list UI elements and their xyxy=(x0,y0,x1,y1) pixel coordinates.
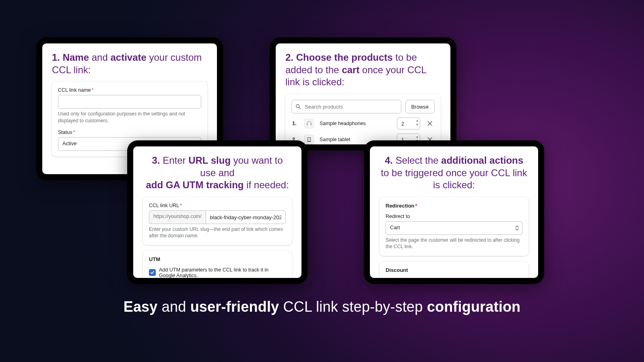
required-asterisk: * xyxy=(415,203,417,209)
svg-rect-3 xyxy=(311,124,312,125)
step-2-tablet: 2. Choose the products to be added to th… xyxy=(270,37,456,150)
chevron-up-icon[interactable]: ▲ xyxy=(416,119,419,123)
step-3-heading: 3. Enter URL slug you want to use and ad… xyxy=(143,154,292,191)
redirect-helper: Select the page the customer will be red… xyxy=(386,237,522,250)
step-1-number: 1. xyxy=(52,52,60,63)
step-4-screen: 4. Select the additional actions to be t… xyxy=(370,146,538,278)
step-2-number: 2. xyxy=(285,52,293,63)
required-asterisk: * xyxy=(92,87,94,93)
product-name: Sample headphones xyxy=(320,121,391,126)
tablet-icon xyxy=(304,135,314,144)
browse-button[interactable]: Browse xyxy=(405,100,435,113)
remove-product-button[interactable] xyxy=(426,120,434,127)
utm-check-label: Add UTM parameters to the CCL link to tr… xyxy=(159,267,286,278)
product-row: 1. Sample headphones ▲▼ xyxy=(291,113,435,130)
step-4-number: 4. xyxy=(385,155,393,166)
required-asterisk: * xyxy=(73,130,75,135)
product-index: 1. xyxy=(292,121,299,126)
redirection-card: Redirection* Redirect to Cart Select the… xyxy=(380,197,528,255)
discount-card: Discount Apply a discount code BF-CM-202… xyxy=(380,261,528,278)
headphones-icon xyxy=(304,119,314,128)
required-asterisk: * xyxy=(180,203,182,208)
utm-title: UTM xyxy=(149,256,286,262)
step-2-screen: 2. Choose the products to be added to th… xyxy=(276,43,450,144)
link-name-input[interactable] xyxy=(58,95,201,109)
discount-title: Discount xyxy=(386,267,522,273)
link-name-helper: Used only for configuration purposes in … xyxy=(58,111,201,123)
redirect-value: Cart xyxy=(386,221,522,235)
svg-rect-2 xyxy=(307,124,308,125)
redirection-title: Redirection* xyxy=(386,203,522,209)
utm-checkbox[interactable] xyxy=(149,269,156,276)
step-2-heading: 2. Choose the products to be added to th… xyxy=(285,51,441,88)
url-card: CCL link URL* https://yourshop.com/ Ente… xyxy=(143,197,292,245)
chevron-down-icon[interactable]: ▼ xyxy=(416,123,419,127)
chevron-up-icon[interactable]: ▲ xyxy=(416,135,419,139)
tagline: Easy and user-friendly CCL link step-by-… xyxy=(0,298,644,315)
step-4-heading: 4. Select the additional actions to be t… xyxy=(380,154,528,191)
step-3-screen: 3. Enter URL slug you want to use and ad… xyxy=(133,146,301,278)
redirect-select[interactable]: Cart xyxy=(386,221,522,235)
step-1-heading: 1. Name and activate your custom CCL lin… xyxy=(52,51,207,76)
step-2-card: Browse 1. Sample headphones ▲▼ 2. Sample… xyxy=(285,94,441,144)
status-label: Status* xyxy=(58,130,201,135)
product-search-input[interactable] xyxy=(291,100,401,113)
step-3-tablet: 3. Enter URL slug you want to use and ad… xyxy=(127,140,308,284)
step-3-number: 3. xyxy=(152,155,160,166)
url-prefix: https://yourshop.com/ xyxy=(149,210,206,224)
svg-rect-5 xyxy=(308,138,311,141)
step-4-tablet: 4. Select the additional actions to be t… xyxy=(364,140,544,284)
url-label: CCL link URL* xyxy=(149,203,286,208)
link-name-label: CCL link name* xyxy=(58,87,201,93)
product-search-wrap xyxy=(291,100,401,113)
utm-card: UTM Add UTM parameters to the CCL link t… xyxy=(143,251,292,278)
svg-line-1 xyxy=(299,107,301,109)
url-helper: Enter your custom URL slug—the end part … xyxy=(149,226,286,239)
redirect-label: Redirect to xyxy=(386,214,522,219)
quantity-stepper[interactable]: ▲▼ xyxy=(397,117,420,130)
search-icon xyxy=(295,104,301,109)
url-slug-input[interactable] xyxy=(206,210,286,224)
